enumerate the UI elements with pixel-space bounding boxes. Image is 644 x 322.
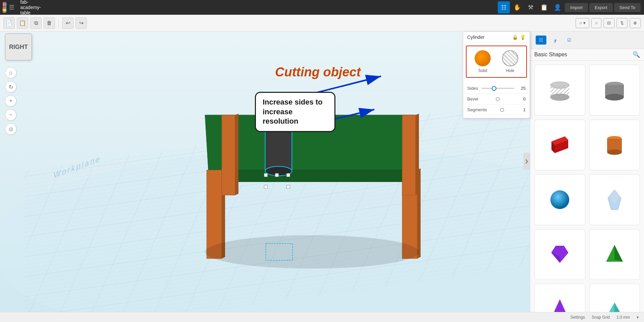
increase-sides-callout: Increase sides to increase resolution xyxy=(255,92,335,132)
zoom-in-button[interactable]: + xyxy=(5,95,16,107)
solid-hole-row: Solid Hole xyxy=(466,46,527,78)
orbit-button[interactable]: ↻ xyxy=(5,81,16,92)
svg-marker-12 xyxy=(402,115,416,195)
svg-point-42 xyxy=(607,149,622,155)
hole-label: Hole xyxy=(506,68,515,73)
snap-grid-arrow[interactable]: ▾ xyxy=(637,315,639,320)
tab-chat[interactable]: ☑ xyxy=(564,36,575,45)
settings-label[interactable]: Settings xyxy=(571,315,585,320)
shape-panel: Cylinder 🔒 💡 Solid Hole Sides 25 Bevel 0… xyxy=(463,31,530,118)
measure-tool-button[interactable]: ⚒ xyxy=(525,1,537,13)
top-right-buttons: ☷ ✋ ⚒ 📋 👤 Import Export Send To xyxy=(498,1,644,13)
zoom-out-button[interactable]: − xyxy=(5,109,16,121)
shapes-grid: New! xyxy=(530,61,644,322)
mirror-tool[interactable]: ○ ▾ xyxy=(576,18,589,28)
sidebar-collapse-button[interactable]: ❯ xyxy=(523,153,530,170)
delete-button[interactable]: 🗑 xyxy=(44,17,55,29)
separator xyxy=(58,18,59,28)
svg-rect-22 xyxy=(264,185,268,188)
redo-button[interactable]: ↪ xyxy=(75,17,87,29)
segments-dot[interactable] xyxy=(500,108,504,112)
search-icon[interactable]: 🔍 xyxy=(633,51,640,58)
send-to-button[interactable]: Send To xyxy=(614,3,641,12)
notes-button[interactable]: 📋 xyxy=(538,1,550,13)
project-name: fab-academy-table xyxy=(20,0,41,15)
svg-rect-20 xyxy=(275,174,278,177)
shape-panel-header: Cylinder 🔒 💡 xyxy=(463,32,530,43)
sides-label: Sides xyxy=(467,86,478,91)
topbar: T I N K ☰ fab-academy-table ☷ ✋ ⚒ 📋 👤 Im… xyxy=(0,0,644,15)
svg-point-36 xyxy=(605,94,624,101)
shape-grey-cylinder[interactable] xyxy=(589,65,640,116)
svg-point-25 xyxy=(205,235,419,269)
svg-point-33 xyxy=(550,94,569,101)
bevel-value: 0 xyxy=(518,96,526,102)
svg-rect-19 xyxy=(264,174,268,177)
svg-marker-13 xyxy=(416,114,419,195)
view-cube[interactable]: RIGHT xyxy=(5,34,32,60)
shape-blue-sphere[interactable] xyxy=(534,174,585,225)
home-button[interactable]: ⌂ xyxy=(5,67,16,78)
svg-marker-49 xyxy=(614,245,623,262)
svg-marker-11 xyxy=(235,114,238,195)
tab-grid[interactable]: ☷ xyxy=(536,36,546,45)
segments-label: Segments xyxy=(467,107,487,112)
new-design-button[interactable]: 📄 xyxy=(3,17,15,29)
shape-panel-title: Cylinder xyxy=(467,35,484,40)
svg-marker-10 xyxy=(222,115,235,195)
solid-option[interactable]: Solid xyxy=(475,50,491,73)
snap-grid-label: Snap Grid xyxy=(592,315,610,320)
shape-orange-cylinder[interactable] xyxy=(589,120,640,171)
sidebar-header: ☷ ┏ ☑ xyxy=(530,31,644,49)
bevel-dot[interactable] xyxy=(496,97,500,101)
shape-red-box[interactable] xyxy=(534,120,585,171)
circle-icon: ○ xyxy=(579,20,582,25)
left-nav: ⌂ ↻ + − ⊙ xyxy=(5,67,16,135)
logo-icon: T I N K xyxy=(3,2,6,13)
logo-k: K xyxy=(5,7,6,13)
logo-area: T I N K ☰ fab-academy-table xyxy=(0,0,44,15)
shape-ice-shard[interactable] xyxy=(589,174,640,225)
account-button[interactable]: 👤 xyxy=(551,1,564,13)
bevel-label: Bevel xyxy=(467,96,478,102)
import-button[interactable]: Import xyxy=(565,3,588,12)
shape-props: Sides 25 Bevel 0 Segments 1 xyxy=(463,80,530,118)
hole-option[interactable]: Hole xyxy=(502,50,518,73)
header-icons: 🔒 💡 xyxy=(512,35,526,40)
logo-i: I xyxy=(5,2,6,7)
flip-tool[interactable]: ⇅ xyxy=(616,18,628,28)
group-button[interactable]: ⧉ xyxy=(30,17,42,29)
copy-button[interactable]: 📋 xyxy=(17,17,28,29)
hand-tool-button[interactable]: ✋ xyxy=(511,1,523,13)
right-sidebar: ☷ ┏ ☑ Basic Shapes 🔍 xyxy=(530,31,644,322)
toolbar: 📄 📋 ⧉ 🗑 ↩ ↪ ○ ▾ ○ ⊟ ⇅ ⊕ xyxy=(0,15,644,31)
grid-view-button[interactable]: ☷ xyxy=(498,1,510,13)
tab-corner[interactable]: ┏ xyxy=(550,36,560,45)
bottom-bar: Settings Snap Grid 1.0 mm ▾ xyxy=(0,312,644,322)
align-tool[interactable]: ⊟ xyxy=(603,18,614,28)
snap-tool[interactable]: ⊕ xyxy=(630,18,641,28)
solid-label: Solid xyxy=(478,68,487,73)
hole-circle xyxy=(502,50,518,66)
solid-circle xyxy=(475,50,491,66)
shape-striped-cylinder[interactable] xyxy=(534,65,585,116)
shape-tool[interactable]: ○ xyxy=(591,18,601,28)
fit-button[interactable]: ⊙ xyxy=(5,123,16,135)
lock-icon[interactable]: 🔒 xyxy=(512,35,518,40)
sides-value: 25 xyxy=(518,86,526,91)
undo-button[interactable]: ↩ xyxy=(62,17,73,29)
svg-point-43 xyxy=(550,190,569,209)
cutting-object-label: Cutting object xyxy=(275,65,361,79)
basic-shapes-label: Basic Shapes xyxy=(534,52,567,58)
shapes-search-bar: Basic Shapes 🔍 xyxy=(530,49,644,61)
sides-slider[interactable] xyxy=(482,88,514,89)
export-button[interactable]: Export xyxy=(589,3,613,12)
svg-rect-23 xyxy=(286,185,290,188)
hamburger-icon[interactable]: ☰ xyxy=(9,4,14,11)
bevel-row: Bevel 0 xyxy=(467,94,526,105)
view-cube-right[interactable]: RIGHT xyxy=(5,34,32,60)
light-icon[interactable]: 💡 xyxy=(520,35,526,40)
shape-purple-gem[interactable] xyxy=(534,229,585,280)
toolbar-right: ○ ▾ ○ ⊟ ⇅ ⊕ xyxy=(576,18,641,28)
shape-green-pyramid[interactable] xyxy=(589,229,640,280)
